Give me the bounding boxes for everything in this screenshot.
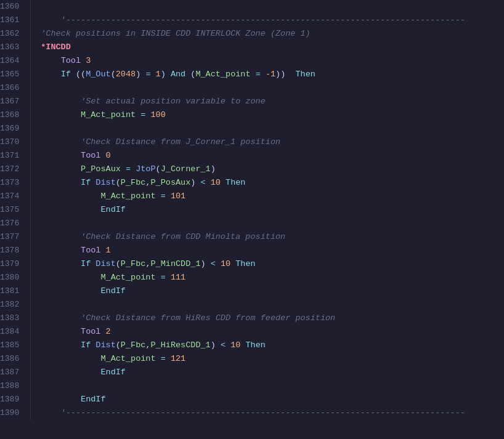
line-number: 1390 (0, 406, 24, 420)
line-number: 1368 (0, 108, 24, 122)
line-number: 1373 (0, 176, 24, 190)
code-line: EndIf (41, 393, 504, 406)
line-number: 1384 (0, 325, 24, 339)
line-number: 1385 (0, 339, 24, 352)
line-number: 1369 (0, 122, 24, 135)
line-number: 1370 (0, 135, 24, 149)
line-number: 1360 (0, 0, 24, 14)
code-line: If Dist(P_Fbc,P_MinCDD_1) < 10 Then (41, 257, 504, 271)
line-number: 1362 (0, 27, 24, 41)
code-line: 'Check positions in INSIDE CDD INTERLOCK… (41, 27, 504, 41)
code-line: Tool 1 (41, 244, 504, 257)
line-number: 1361 (0, 14, 24, 27)
code-line: M_Act_point = 101 (41, 190, 504, 203)
code-line: EndIf (41, 203, 504, 217)
line-number: 1374 (0, 190, 24, 203)
code-line: M_Act_point = 100 (41, 108, 504, 122)
line-number: 1383 (0, 312, 24, 325)
line-number: 1376 (0, 217, 24, 230)
line-number: 1381 (0, 284, 24, 298)
code-line: EndIf (41, 366, 504, 379)
line-number: 1363 (0, 41, 24, 54)
code-line: Tool 3 (41, 54, 504, 68)
code-editor: 1360136113621363136413651366136713681369… (0, 0, 504, 420)
code-line: If ((M_Out(2048) = 1) And (M_Act_point =… (41, 68, 504, 81)
code-line: M_Act_point = 111 (41, 271, 504, 284)
line-number: 1380 (0, 271, 24, 284)
code-line: Tool 0 (41, 149, 504, 163)
line-number: 1371 (0, 149, 24, 163)
line-number: 1386 (0, 352, 24, 366)
code-line (41, 379, 504, 393)
line-number: 1382 (0, 298, 24, 312)
line-number: 1372 (0, 163, 24, 176)
code-line: M_Act_point = 121 (41, 352, 504, 366)
code-line: Tool 2 (41, 325, 504, 339)
code-line: If Dist(P_Fbc,P_HiResCDD_1) < 10 Then (41, 339, 504, 352)
code-line (41, 122, 504, 135)
code-line: 'Check Distance from CDD Minolta positio… (41, 230, 504, 244)
code-line: 'Set actual position variable to zone (41, 95, 504, 108)
line-number: 1377 (0, 230, 24, 244)
line-number: 1388 (0, 379, 24, 393)
line-number: 1367 (0, 95, 24, 108)
code-line: '---------------------------------------… (41, 406, 504, 420)
code-line: P_PosAux = JtoP(J_Corner_1) (41, 163, 504, 176)
line-number: 1378 (0, 244, 24, 257)
code-line: 'Check Distance from HiRes CDD from feed… (41, 312, 504, 325)
line-number: 1364 (0, 54, 24, 68)
code-line (41, 217, 504, 230)
line-number: 1366 (0, 81, 24, 95)
code-line: If Dist(P_Fbc,P_PosAux) < 10 Then (41, 176, 504, 190)
code-line: EndIf (41, 284, 504, 298)
code-line: *INCDD (41, 41, 504, 54)
line-number: 1389 (0, 393, 24, 406)
code-line: '---------------------------------------… (41, 14, 504, 27)
line-number: 1379 (0, 257, 24, 271)
line-numbers: 1360136113621363136413651366136713681369… (0, 0, 31, 420)
code-line (41, 81, 504, 95)
code-line: 'Check Distance from J_Corner_1 position (41, 135, 504, 149)
line-number: 1387 (0, 366, 24, 379)
code-area[interactable]: '---------------------------------------… (31, 0, 504, 420)
line-number: 1365 (0, 68, 24, 81)
line-number: 1375 (0, 203, 24, 217)
code-line (41, 0, 504, 14)
code-line (41, 298, 504, 312)
